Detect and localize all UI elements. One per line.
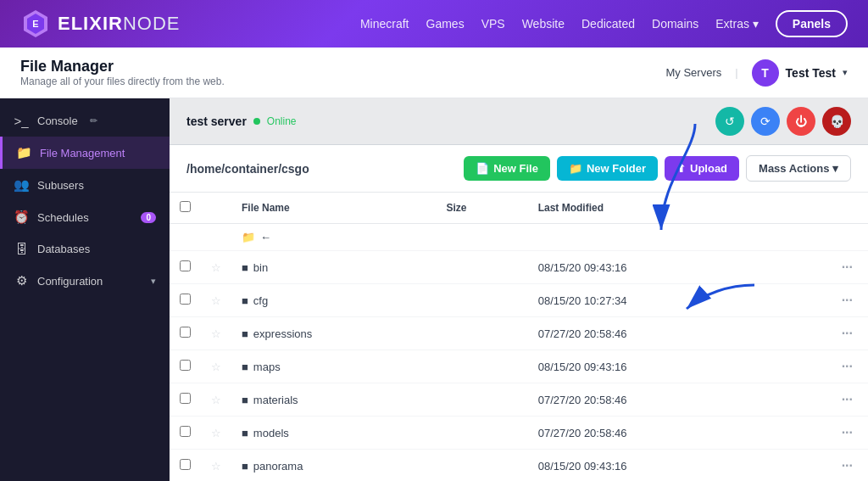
file-name: panorama (253, 460, 303, 473)
nav-extras[interactable]: Extras ▾ (715, 17, 759, 31)
restart-button[interactable]: ↺ (715, 107, 744, 136)
edit-icon: ✏ (90, 115, 97, 126)
file-name-cell[interactable]: ■ materials (231, 383, 437, 417)
row-checkbox[interactable] (180, 294, 191, 305)
logo-text: ELIXIRNODE (58, 13, 180, 35)
row-checkbox[interactable] (180, 360, 191, 371)
star-icon[interactable]: ☆ (211, 427, 221, 439)
modified-cell: 07/27/20 20:58:46 (528, 383, 774, 417)
row-actions-button[interactable]: ··· (837, 291, 858, 310)
star-icon[interactable]: ☆ (211, 394, 221, 406)
star-header (201, 193, 231, 224)
star-cell: ☆ (201, 383, 231, 417)
size-cell (437, 450, 528, 482)
terminal-icon: >_ (14, 114, 29, 128)
upload-button[interactable]: ⬆ Upload (665, 156, 739, 181)
new-folder-button[interactable]: 📁 New Folder (557, 156, 658, 181)
star-icon[interactable]: ☆ (211, 327, 221, 340)
sidebar-item-schedules[interactable]: ⏰ Schedules 0 (0, 201, 170, 233)
nav-website[interactable]: Website (522, 17, 565, 31)
sidebar-item-file-management[interactable]: 📁 File Management (0, 137, 170, 169)
folder-icon: ■ (242, 394, 248, 406)
checkbox-cell (170, 417, 201, 450)
row-actions-button[interactable]: ··· (837, 423, 858, 442)
mass-actions-label: Mass Actions ▾ (759, 162, 838, 175)
parent-dir-cell[interactable]: 📁 ← (231, 224, 774, 251)
file-name-cell[interactable]: ■ panorama (231, 450, 437, 482)
panels-button[interactable]: Panels (776, 10, 848, 37)
sidebar-item-label: Subusers (37, 179, 84, 192)
stop-button[interactable]: ⏻ (787, 107, 815, 136)
sidebar-item-label: Configuration (37, 275, 103, 288)
modified-cell: 07/27/20 20:58:46 (528, 417, 774, 450)
user-area: My Servers | T Test Test ▾ (665, 59, 848, 87)
table-row: ☆ ■ materials 07/27/20 20:58:46 ··· (170, 383, 868, 417)
chevron-down-icon: ▾ (843, 67, 848, 78)
file-name-cell[interactable]: ■ bin (231, 251, 437, 284)
size-cell (437, 251, 528, 284)
table-row: ☆ ■ expressions 07/27/20 20:58:46 ··· (170, 317, 868, 350)
sub-header: File Manager Manage all of your files di… (0, 48, 868, 98)
row-actions-button[interactable]: ··· (837, 324, 858, 343)
row-actions-button[interactable]: ··· (837, 357, 858, 376)
logo-area[interactable]: E ELIXIRNODE (20, 8, 180, 39)
file-name-cell[interactable]: ■ maps (231, 350, 437, 383)
nav-minecraft[interactable]: Minecraft (360, 17, 409, 31)
modified-cell: 08/15/20 09:43:16 (528, 450, 774, 482)
my-servers-link[interactable]: My Servers (665, 66, 721, 79)
actions-header (774, 193, 868, 224)
row-actions-button[interactable]: ··· (837, 258, 858, 277)
file-name-cell[interactable]: ■ cfg (231, 284, 437, 317)
star-icon[interactable]: ☆ (211, 460, 221, 473)
new-folder-label: New Folder (587, 162, 646, 175)
sidebar-item-subusers[interactable]: 👥 Subusers (0, 169, 170, 201)
table-row: ☆ ■ models 07/27/20 20:58:46 ··· (170, 417, 868, 450)
size-cell (437, 417, 528, 450)
database-icon: 🗄 (14, 242, 29, 256)
new-file-button[interactable]: 📄 New File (464, 156, 550, 181)
sidebar-item-databases[interactable]: 🗄 Databases (0, 233, 170, 265)
row-actions-button[interactable]: ··· (837, 456, 858, 475)
checkbox-cell (170, 224, 201, 251)
row-checkbox[interactable] (180, 393, 191, 404)
folder-icon: ■ (242, 327, 248, 340)
gear-icon: ⚙ (14, 273, 29, 288)
file-name: cfg (253, 294, 268, 307)
nav-dedicated[interactable]: Dedicated (581, 17, 635, 31)
checkbox-cell (170, 350, 201, 383)
row-checkbox[interactable] (180, 426, 191, 437)
row-actions-button[interactable]: ··· (837, 390, 858, 409)
row-checkbox[interactable] (180, 260, 191, 271)
server-actions: ↺ ⟳ ⏻ 💀 (715, 107, 851, 136)
sidebar-item-console[interactable]: >_ Console ✏ (0, 105, 170, 137)
sidebar-item-label: Schedules (37, 211, 89, 224)
row-checkbox[interactable] (180, 327, 191, 338)
avatar: T (752, 59, 779, 87)
star-icon[interactable]: ☆ (211, 361, 221, 373)
checkbox-cell (170, 450, 201, 482)
sidebar-item-configuration[interactable]: ⚙ Configuration ▾ (0, 265, 170, 297)
upload-label: Upload (690, 162, 727, 175)
folder-icon: ■ (242, 361, 248, 373)
file-name: bin (253, 261, 268, 274)
star-icon[interactable]: ☆ (211, 294, 221, 307)
star-cell: ☆ (201, 350, 231, 383)
file-name-cell[interactable]: ■ expressions (231, 317, 437, 350)
folder-icon: ■ (242, 294, 248, 307)
file-name: maps (253, 361, 281, 373)
row-checkbox[interactable] (180, 459, 191, 470)
mass-actions-button[interactable]: Mass Actions ▾ (746, 155, 851, 182)
sidebar-item-label: Databases (37, 243, 90, 255)
select-all-checkbox[interactable] (180, 201, 191, 212)
modified-cell: 08/15/20 09:43:16 (528, 251, 774, 284)
actions-cell: ··· (774, 417, 868, 450)
star-icon[interactable]: ☆ (211, 261, 221, 274)
sync-button[interactable]: ⟳ (751, 107, 780, 136)
nav-games[interactable]: Games (426, 17, 465, 31)
nav-vps[interactable]: VPS (481, 17, 505, 31)
user-badge[interactable]: T Test Test ▾ (752, 59, 848, 87)
file-name-cell[interactable]: ■ models (231, 417, 437, 450)
kill-button[interactable]: 💀 (822, 107, 851, 136)
star-cell: ☆ (201, 417, 231, 450)
nav-domains[interactable]: Domains (652, 17, 698, 31)
